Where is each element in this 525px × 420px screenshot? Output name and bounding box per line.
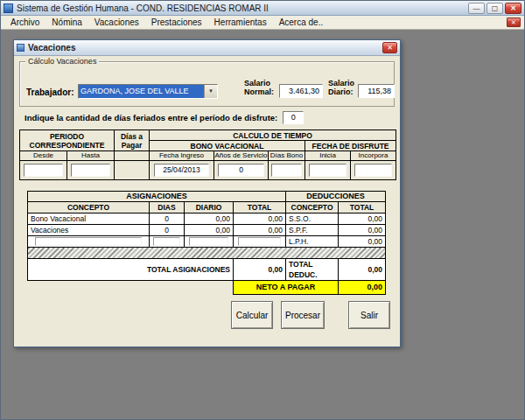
minimize-icon[interactable]: —: [468, 3, 485, 14]
asignaciones-header: ASIGNACIONES: [28, 192, 286, 202]
cell-ded-concepto: L.P.H.: [286, 236, 339, 248]
neto-spacer: [28, 281, 234, 295]
incorpora-input[interactable]: [354, 164, 393, 177]
cell-total: 0,00: [234, 214, 286, 225]
vacaciones-window-icon: [17, 44, 24, 52]
cell-dias: 0: [150, 225, 185, 236]
hatched-cell: [28, 248, 386, 259]
hatched-row: [28, 248, 386, 259]
table-row: Bono Vacacional 0 0,00 0,00 S.S.O. 0,00: [28, 214, 386, 225]
cell-ded-total: 0,00: [339, 236, 386, 248]
cell-ded-total: 0,00: [339, 214, 386, 225]
salario-normal-label: Salario Normal:: [244, 79, 274, 96]
salario-diario-value: 115,38: [358, 84, 395, 98]
neto-row: NETO A PAGAR 0,00: [28, 281, 386, 295]
menu-herramientas[interactable]: Herramientas: [208, 16, 273, 29]
window-title: Sistema de Gestión Humana - COND. RESIDE…: [17, 4, 468, 13]
menu-bar: Archivo Nómina Vacaciones Prestaciones H…: [1, 16, 524, 30]
vacaciones-window-title: Vacaciones: [28, 43, 382, 52]
dias-pagar-subcell: [115, 151, 150, 161]
col-dias: DIAS: [150, 202, 185, 214]
cell-dias: 0: [150, 214, 185, 225]
vacaciones-body: Cálculo Vacaciones Trabajador: GARDONA, …: [14, 56, 400, 346]
hasta-input[interactable]: [71, 164, 111, 177]
table-row: L.P.H. 0,00: [28, 236, 386, 248]
trabajador-selected-value: GARDONA, JOSE DEL VALLE: [79, 85, 204, 98]
app-icon: [4, 4, 13, 13]
trabajador-label: Trabajador:: [26, 88, 74, 97]
desde-input[interactable]: [24, 164, 64, 177]
cell-ded-concepto: S.P.F.: [286, 225, 339, 236]
menu-vacaciones[interactable]: Vacaciones: [88, 16, 145, 29]
maximize-icon[interactable]: ▢: [486, 3, 503, 14]
total-deduc-label: TOTAL DEDUC.: [286, 259, 339, 281]
salario-normal-line1: Salario: [244, 79, 270, 88]
totals-row: TOTAL ASIGNACIONES 0,00 TOTAL DEDUC. 0,0…: [28, 259, 386, 281]
total-deduc-value: 0,00: [339, 259, 386, 281]
col-ded-concepto: CONCEPTO: [286, 202, 339, 214]
menu-acerca-de[interactable]: Acerca de..: [273, 16, 330, 29]
menu-nomina[interactable]: Nómina: [46, 16, 88, 29]
incorpora-header: Incorpora: [351, 151, 396, 161]
cell-ded-concepto: S.S.O.: [286, 214, 339, 225]
table-row: Vacaciones 0 0,00 0,00 S.P.F. 0,00: [28, 225, 386, 236]
cell-concepto: Vacaciones: [28, 225, 150, 236]
inicia-input[interactable]: [309, 164, 347, 177]
desde-header: Desde: [20, 151, 67, 161]
calculo-tiempo-title: CALCULO DE TIEMPO: [150, 130, 396, 141]
menu-prestaciones[interactable]: Prestaciones: [145, 16, 208, 29]
col-diario: DIARIO: [185, 202, 234, 214]
menu-archivo[interactable]: Archivo: [4, 16, 46, 29]
groupbox-legend: Cálculo Vacaciones: [25, 57, 99, 66]
empty-concepto-input[interactable]: [35, 237, 141, 246]
vacaciones-close-icon[interactable]: ✕: [382, 42, 397, 53]
calculo-tiempo-table: PERIODO CORRESPONDIENTE Días a Pagar CAL…: [19, 130, 396, 180]
calcular-button[interactable]: Calcular: [231, 301, 273, 329]
total-asignaciones-label: TOTAL ASIGNACIONES: [28, 259, 234, 281]
vacaciones-window: Vacaciones ✕ Cálculo Vacaciones Trabajad…: [13, 39, 401, 347]
trabajador-combobox[interactable]: GARDONA, JOSE DEL VALLE ▼: [78, 84, 218, 99]
asignaciones-deducciones-table: ASIGNACIONES DEDUCCIONES CONCEPTO DIAS D…: [27, 191, 386, 295]
cell-diario: 0,00: [185, 214, 234, 225]
fecha-ingreso-input[interactable]: 25/04/2013: [154, 164, 209, 177]
cell-total: 0,00: [234, 225, 286, 236]
feriados-row: Indique la cantidad de días feriados ent…: [24, 111, 304, 124]
salario-diario-line1: Salario: [328, 79, 354, 88]
fecha-disfrute-header: FECHA DE DISFRUTE: [305, 141, 396, 151]
window-titlebar: Sistema de Gestión Humana - COND. RESIDE…: [1, 1, 524, 16]
anos-servicio-input[interactable]: 0: [218, 164, 263, 177]
dias-pagar-cell: [115, 161, 150, 180]
dias-pagar-header: Días a Pagar: [115, 130, 150, 151]
anos-servicio-header: Años de Servicio: [214, 151, 269, 161]
application-window: Sistema de Gestión Humana - COND. RESIDE…: [0, 0, 525, 420]
neto-a-pagar-value: 0,00: [339, 281, 386, 295]
neto-a-pagar-label: NETO A PAGAR: [234, 281, 339, 295]
col-ded-total: TOTAL: [339, 202, 386, 214]
inicia-header: Inicia: [305, 151, 351, 161]
dias-bono-header: Días Bono: [269, 151, 305, 161]
salario-diario-line2: Diario:: [328, 88, 354, 96]
empty-total-input[interactable]: [238, 237, 281, 246]
cell-concepto: Bono Vacacional: [28, 214, 150, 225]
cell-ded-total: 0,00: [339, 225, 386, 236]
hasta-header: Hasta: [67, 151, 115, 161]
cell-diario: 0,00: [185, 225, 234, 236]
empty-dias-input[interactable]: [153, 237, 179, 246]
col-total: TOTAL: [234, 202, 286, 214]
bono-vacacional-header: BONO VACACIONAL: [150, 141, 305, 151]
salario-normal-value: 3.461,30: [279, 84, 323, 98]
vacaciones-titlebar: Vacaciones ✕: [14, 40, 400, 56]
procesar-button[interactable]: Procesar: [281, 301, 325, 329]
caption-buttons: — ▢ ✕: [468, 3, 522, 14]
fecha-ingreso-header: Fecha Ingreso: [150, 151, 214, 161]
dias-bono-input[interactable]: [271, 164, 302, 177]
total-asignaciones-value: 0,00: [234, 259, 286, 281]
empty-diario-input[interactable]: [189, 237, 228, 246]
close-icon[interactable]: ✕: [505, 3, 522, 14]
salir-button[interactable]: Salir: [348, 301, 390, 329]
mdi-close-icon[interactable]: ✕: [507, 18, 521, 27]
deducciones-header: DEDUCCIONES: [286, 192, 386, 202]
salario-normal-line2: Normal:: [244, 88, 274, 96]
feriados-input[interactable]: 0: [283, 111, 304, 124]
chevron-down-icon[interactable]: ▼: [204, 85, 217, 98]
